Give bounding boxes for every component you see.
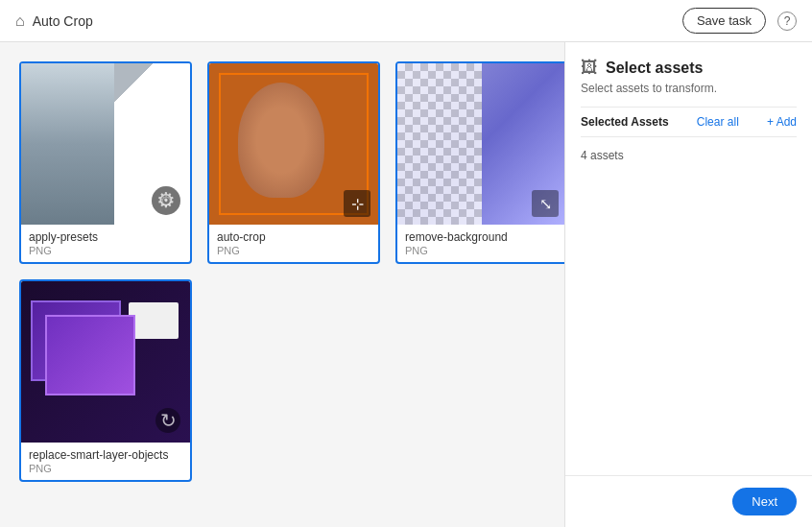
smart-card-shape bbox=[129, 302, 179, 339]
panel-title: Select assets bbox=[606, 60, 703, 77]
asset-thumbnail-remove-background: ⤡ bbox=[397, 63, 564, 225]
thumb-remove-bg-visual: ⤡ bbox=[397, 63, 564, 225]
clear-all-button[interactable]: Clear all bbox=[697, 115, 739, 129]
asset-grid: ⚙ apply-presets PNG ⊹ auto-crop bbox=[19, 61, 545, 482]
home-icon[interactable]: ⌂ bbox=[15, 12, 25, 30]
asset-thumbnail-smart-layer: ↻ bbox=[21, 281, 190, 443]
asset-type-apply-presets: PNG bbox=[29, 245, 182, 256]
asset-name-remove-background: remove-background bbox=[405, 230, 559, 244]
panel-spacer bbox=[565, 174, 812, 475]
asset-area: ⚙ apply-presets PNG ⊹ auto-crop bbox=[0, 42, 564, 527]
header: ⌂ Auto Crop Save task ? bbox=[0, 0, 812, 42]
asset-info-smart-layer: replace-smart-layer-objects PNG bbox=[21, 443, 190, 480]
save-task-button[interactable]: Save task bbox=[682, 8, 766, 34]
panel-header: 🖼 Select assets Select assets to transfo… bbox=[565, 42, 812, 107]
header-left: ⌂ Auto Crop bbox=[15, 12, 93, 30]
help-icon[interactable]: ? bbox=[777, 12, 797, 31]
asset-info-remove-background: remove-background PNG bbox=[397, 225, 564, 262]
asset-card-auto-crop[interactable]: ⊹ auto-crop PNG bbox=[207, 61, 380, 264]
main-content: ⚙ apply-presets PNG ⊹ auto-crop bbox=[0, 42, 812, 527]
panel-actions-row: Selected Assets Clear all + Add bbox=[581, 107, 797, 137]
asset-type-auto-crop: PNG bbox=[217, 245, 370, 256]
smart-overlay-shape bbox=[60, 329, 127, 382]
thumb-face-shape bbox=[238, 83, 324, 198]
crop-icon: ⊹ bbox=[344, 190, 370, 217]
add-button[interactable]: + Add bbox=[767, 115, 797, 129]
panel-subtitle: Select assets to transform. bbox=[581, 82, 797, 95]
thumb-apply-presets-visual: ⚙ bbox=[21, 63, 190, 225]
asset-name-apply-presets: apply-presets bbox=[29, 230, 182, 244]
asset-name-auto-crop: auto-crop bbox=[217, 230, 370, 244]
sync-icon: ↻ bbox=[155, 408, 180, 433]
right-panel: 🖼 Select assets Select assets to transfo… bbox=[564, 42, 812, 527]
asset-type-smart-layer: PNG bbox=[29, 463, 182, 474]
app-title: Auto Crop bbox=[33, 13, 93, 29]
gear-icon: ⚙ bbox=[152, 186, 180, 215]
panel-footer: Next bbox=[565, 475, 812, 527]
selected-assets-label: Selected Assets bbox=[581, 115, 669, 129]
asset-info-auto-crop: auto-crop PNG bbox=[209, 225, 378, 262]
asset-name-smart-layer: replace-smart-layer-objects bbox=[29, 448, 182, 462]
asset-card-remove-background[interactable]: ⤡ remove-background PNG bbox=[395, 61, 564, 264]
expand-icon: ⤡ bbox=[532, 190, 559, 217]
asset-card-smart-layer[interactable]: ↻ replace-smart-layer-objects PNG bbox=[19, 279, 192, 482]
thumb-smart-layer-visual: ↻ bbox=[21, 281, 190, 443]
assets-count: 4 assets bbox=[565, 137, 812, 174]
next-button[interactable]: Next bbox=[732, 488, 797, 515]
header-right: Save task ? bbox=[682, 8, 797, 34]
asset-type-remove-background: PNG bbox=[405, 245, 559, 256]
asset-thumbnail-apply-presets: ⚙ bbox=[21, 63, 190, 225]
panel-title-row: 🖼 Select assets bbox=[581, 58, 797, 78]
asset-card-apply-presets[interactable]: ⚙ apply-presets PNG bbox=[19, 61, 192, 264]
select-assets-icon: 🖼 bbox=[581, 58, 598, 78]
asset-thumbnail-auto-crop: ⊹ bbox=[209, 63, 378, 225]
thumb-auto-crop-visual: ⊹ bbox=[209, 63, 378, 225]
asset-info-apply-presets: apply-presets PNG bbox=[21, 225, 190, 262]
